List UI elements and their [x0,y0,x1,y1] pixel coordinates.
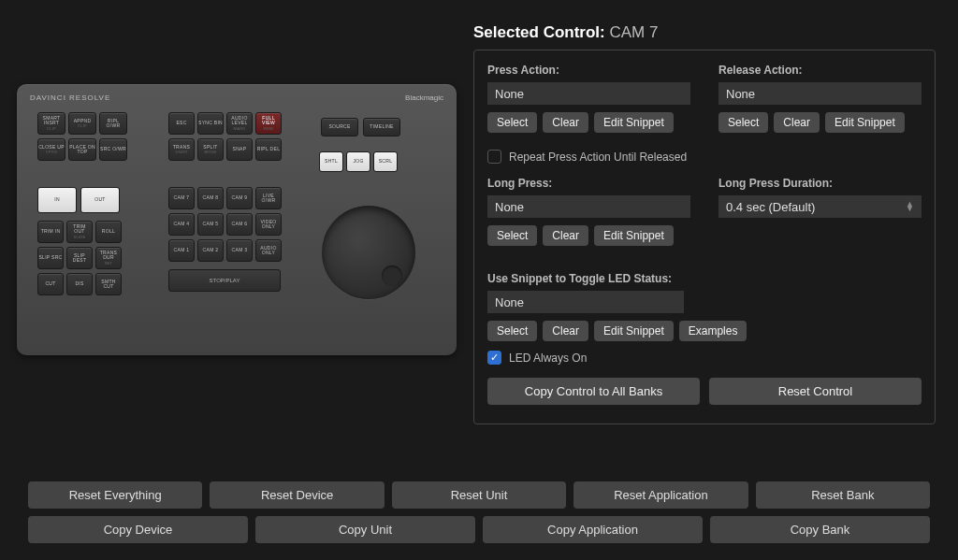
snippet-clear-button[interactable]: Clear [543,321,588,341]
duration-select[interactable]: 0.4 sec (Default) ▲▼ [718,195,922,218]
copy-control-button[interactable]: Copy Control to All Banks [487,378,700,405]
device-key[interactable]: CLOSE UPYPOS [37,138,65,161]
device-key[interactable]: APPNDCLIP [68,112,96,135]
device-key[interactable]: ROLL [95,221,122,243]
release-edit-button[interactable]: Edit Snippet [825,112,905,133]
duration-value: 0.4 sec (Default) [726,200,815,214]
device-key[interactable]: AUDIO LEVELMARK [226,112,253,135]
copy-application-button[interactable]: Copy Application [483,516,703,543]
device-key[interactable]: SRC O/WR [99,138,127,161]
device-key[interactable]: SMART INSRTCLIP [37,112,65,135]
copy-unit-button[interactable]: Copy Unit [255,516,475,543]
device-key[interactable]: RIPL DEL [255,138,282,161]
device-key[interactable]: SOURCE [321,118,358,136]
press-action-field[interactable]: None [487,82,690,105]
repeat-checkbox[interactable] [487,150,501,164]
longpress-select-button[interactable]: Select [487,225,537,246]
device-key[interactable]: DIS [66,273,93,295]
device-key[interactable]: AUDIO ONLY [255,239,282,262]
bottom-button-area: Reset EverythingReset DeviceReset UnitRe… [28,481,930,543]
release-clear-button[interactable]: Clear [774,112,820,133]
jog-wheel-dimple [382,266,402,286]
device-image: DAVINCI RESOLVE Blackmagic SMART INSRTCL… [17,84,457,355]
repeat-label: Repeat Press Action Until Released [509,151,687,164]
copy-device-button[interactable]: Copy Device [28,516,248,543]
device-key[interactable]: TIMELINE [363,118,400,136]
selected-control-label: Selected Control: [473,23,605,41]
snippet-field[interactable]: None [487,291,684,313]
device-key[interactable]: CAM 9 [226,187,253,209]
device-key[interactable]: CAM 3 [226,239,253,262]
reset-unit-button[interactable]: Reset Unit [392,481,566,509]
snippet-edit-button[interactable]: Edit Snippet [594,321,674,341]
device-key[interactable]: CAM 4 [168,213,195,236]
copy-bank-button[interactable]: Copy Bank [710,516,930,543]
press-clear-button[interactable]: Clear [543,112,588,133]
device-key[interactable]: ESC [168,112,195,135]
press-action-label: Press Action: [487,64,690,77]
device-key[interactable]: CAM 6 [226,213,253,236]
stop-play-key[interactable]: STOP/PLAY [168,269,281,292]
selected-control-title: Selected Control: CAM 7 [473,23,936,42]
device-key[interactable]: TRANSUNDO [168,138,195,161]
device-key[interactable]: CAM 1 [168,239,195,262]
press-edit-button[interactable]: Edit Snippet [594,112,674,133]
device-key[interactable]: SPLITMOVE [197,138,224,161]
reset-control-button[interactable]: Reset Control [709,378,922,405]
release-action-field[interactable]: None [718,82,922,105]
reset-everything-button[interactable]: Reset Everything [28,481,202,509]
device-key[interactable]: RIPL O/WR [99,112,127,135]
device-key[interactable]: PLACE ON TOP [68,138,96,161]
led-always-label: LED Always On [509,352,587,365]
device-key[interactable]: CAM 7 [168,187,195,209]
selected-control-value: CAM 7 [609,23,658,41]
jog-wheel[interactable] [322,206,415,299]
device-key[interactable]: SYNC BIN [197,112,224,135]
control-config-panel: Selected Control: CAM 7 Press Action: No… [473,23,936,453]
device-key[interactable]: FULL VIEWRVW [255,112,282,135]
longpress-label: Long Press: [487,177,690,190]
device-key[interactable]: OUT [80,187,120,213]
longpress-field[interactable]: None [487,195,690,218]
duration-label: Long Press Duration: [718,177,922,190]
release-action-label: Release Action: [718,64,922,77]
reset-device-button[interactable]: Reset Device [210,481,384,509]
device-key[interactable]: SLIP DEST [66,247,93,269]
longpress-edit-button[interactable]: Edit Snippet [594,225,674,246]
device-brand-left: DAVINCI RESOLVE [30,93,110,102]
device-key[interactable]: TRANS DURSET [95,247,122,269]
device-key[interactable]: SCRL [373,151,398,172]
reset-application-button[interactable]: Reset Application [573,481,748,509]
snippet-select-button[interactable]: Select [487,321,537,341]
led-always-checkbox[interactable]: ✓ [487,351,501,365]
device-key[interactable]: SMTH CUT [95,273,122,295]
device-key[interactable]: TRIM IN [37,221,64,243]
snippet-examples-button[interactable]: Examples [679,321,748,341]
release-select-button[interactable]: Select [718,112,768,133]
device-key[interactable]: VIDEO ONLY [255,213,282,236]
reset-bank-button[interactable]: Reset Bank [756,481,930,509]
device-key[interactable]: JOG [346,151,370,172]
device-brand-right: Blackmagic [405,93,443,102]
longpress-clear-button[interactable]: Clear [543,225,588,246]
device-key[interactable]: CUT [37,273,64,295]
device-key[interactable]: CAM 2 [197,239,224,262]
device-key[interactable]: LIVE O/WR [255,187,282,209]
device-key[interactable]: TRIM OUTSLIDE [66,221,93,243]
device-key[interactable]: SNAP [226,138,253,161]
device-key[interactable]: SHTL [319,151,343,172]
chevron-up-down-icon: ▲▼ [906,202,914,212]
device-key[interactable]: SLIP SRC [37,247,64,269]
press-select-button[interactable]: Select [487,112,537,133]
snippet-label: Use Snippet to Toggle LED Status: [487,272,922,285]
device-key[interactable]: IN [37,187,77,213]
device-key[interactable]: CAM 5 [197,213,224,236]
device-key[interactable]: CAM 8 [197,187,224,209]
